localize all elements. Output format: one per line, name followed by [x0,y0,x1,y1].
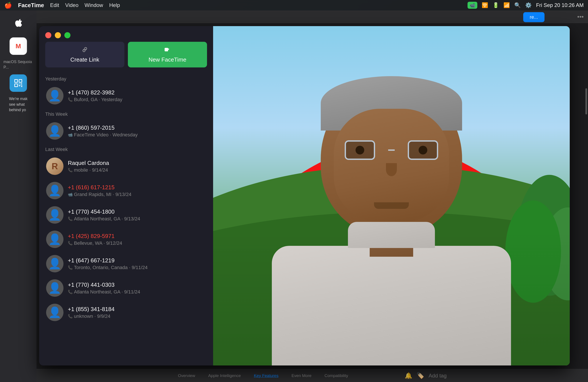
person-icon: 👤 [48,282,61,294]
person-icon: 👤 [48,306,61,318]
avatar: 👤 [46,304,63,321]
svg-rect-10 [165,48,168,51]
wifi-icon: 📶 [504,2,510,8]
footer-even-more[interactable]: Even More [291,373,311,378]
list-item[interactable]: 👤 +1 (616) 617-1215 📹 Grand Rapids, MI ·… [42,178,210,203]
phone-missed-icon: 📞 [68,241,73,246]
minimize-button[interactable] [55,32,61,38]
list-item[interactable]: 👤 +1 (647) 667-1219 📞 Toronto, Ontario, … [42,252,210,276]
contact-info: +1 (470) 822-3982 📞 Buford, GA · Yesterd… [68,89,206,103]
contact-info: +1 (860) 597-2015 📹 FaceTime Video · Wed… [68,125,206,138]
phone-icon: 📞 [68,314,73,319]
footer-overview[interactable]: Overview [178,373,195,378]
contact-name: +1 (425) 829-5971 [68,233,206,239]
close-button[interactable] [45,32,51,38]
contact-detail: 📞 mobile · 9/14/24 [68,167,206,173]
window-menu[interactable]: Window [84,2,103,8]
sidebar-qr-icon[interactable] [10,74,27,92]
contact-name: +1 (770) 441-0303 [68,281,206,288]
facetime-header: Create Link New FaceTime [39,42,213,73]
contact-name: +1 (470) 822-3982 [68,89,206,96]
search-icon[interactable]: 🔍 [514,2,521,8]
contact-detail: 📞 unknown · 9/9/24 [68,314,206,319]
footer-key-features[interactable]: Key Features [254,373,278,378]
phone-icon: 📞 [68,290,73,294]
contact-info: Raquel Cardona 📞 mobile · 9/14/24 [68,160,206,173]
contact-name: +1 (855) 341-8184 [68,306,206,313]
video-menu[interactable]: Video [65,2,79,8]
battery-icon: 🔋 [493,2,499,8]
footer-compat[interactable]: Compatibility [324,373,348,378]
list-item[interactable]: 👤 +1 (770) 441-0303 📞 Atlanta Northeast,… [42,276,210,300]
contact-detail: 📹 Grand Rapids, MI · 9/13/24 [68,192,206,197]
sidebar-text-macos: macOS Sequoia P... [0,59,37,70]
contact-info: +1 (616) 617-1215 📹 Grand Rapids, MI · 9… [68,184,206,197]
menubar: 🍎 FaceTime Edit Video Window Help 📹 🛜 🔋 … [0,0,588,10]
zoom-button[interactable] [64,32,70,38]
svg-rect-5 [15,84,17,86]
contact-detail: 📞 Atlanta Northeast, GA · 9/13/24 [68,216,206,222]
top-right-blue-button[interactable]: re... [523,12,545,22]
toolbar: ••• [37,10,588,23]
contact-name: +1 (647) 667-1219 [68,257,206,264]
footer-ai[interactable]: Apple Intelligence [208,373,241,378]
contact-name: +1 (616) 617-1215 [68,184,206,191]
list-item[interactable]: 👤 +1 (425) 829-5971 📞 Bellevue, WA · 9/1… [42,227,210,252]
person-icon: 👤 [48,233,61,245]
list-item[interactable]: 👤 +1 (770) 454-1800 📞 Atlanta Northeast,… [42,203,210,227]
tag-icon[interactable]: 🏷️ [417,372,424,379]
face-skin [334,109,449,222]
phone-icon: 📞 [68,265,73,270]
list-item[interactable]: 👤 +1 (855) 341-8184 📞 unknown · 9/9/24 [42,300,210,325]
svg-rect-7 [21,84,22,85]
contact-name: +1 (770) 454-1800 [68,208,206,215]
contact-detail: 📞 Buford, GA · Yesterday [68,97,206,103]
video-background [213,26,570,365]
avatar: R [46,157,63,175]
nose [386,163,397,176]
apple-menu-icon[interactable]: 🍎 [4,2,12,9]
person-icon: 👤 [48,125,61,137]
add-tag-section: 🔔 🏷️ Add tag [405,372,447,379]
create-link-button[interactable]: Create Link [45,42,124,67]
edit-menu[interactable]: Edit [50,2,59,8]
scrollbar-track[interactable] [584,23,588,369]
help-menu[interactable]: Help [109,2,120,8]
section-last-week: Last Week [42,143,210,154]
avatar: 👤 [46,279,63,297]
contact-info: +1 (425) 829-5971 📞 Bellevue, WA · 9/12/… [68,233,206,246]
video-status-icon: 📹 [467,2,477,9]
sidebar-gmail-icon[interactable]: M [10,37,27,55]
new-facetime-label: New FaceTime [148,56,186,63]
phone-icon: 📞 [68,97,73,102]
list-item[interactable]: 👤 +1 (860) 597-2015 📹 FaceTime Video · W… [42,119,210,143]
create-link-label: Create Link [70,56,99,63]
bell-icon[interactable]: 🔔 [405,372,412,379]
person-icon: 👤 [48,209,61,221]
window-traffic-lights [39,26,213,42]
phone-icon: 📞 [68,216,73,221]
svg-rect-1 [15,80,17,82]
control-center-icon[interactable]: ⚙️ [525,2,532,8]
app-name-label[interactable]: FaceTime [18,2,44,9]
contact-info: +1 (647) 667-1219 📞 Toronto, Ontario, Ca… [68,257,206,270]
mouth-area [374,202,409,209]
person-icon: 👤 [48,90,61,102]
list-item[interactable]: 👤 +1 (470) 822-3982 📞 Buford, GA · Yeste… [42,84,210,108]
left-eye-glass [345,140,375,160]
contact-list: Yesterday 👤 +1 (470) 822-3982 📞 Buford, … [39,73,213,365]
avatar: 👤 [46,231,63,248]
right-eye-glass [408,140,438,160]
add-tag-label[interactable]: Add tag [429,373,447,379]
facetime-window: Create Link New FaceTime Yesterday 👤 [39,26,570,365]
svg-rect-8 [19,85,21,86]
contact-detail: 📞 Toronto, Ontario, Canada · 9/11/24 [68,265,206,270]
new-facetime-button[interactable]: New FaceTime [128,42,207,67]
video-icon: 📹 [68,132,73,137]
list-item[interactable]: R Raquel Cardona 📞 mobile · 9/14/24 [42,154,210,178]
svg-rect-9 [21,85,22,87]
shirt [272,246,511,365]
scrollbar-thumb[interactable] [585,88,587,114]
contact-detail: 📞 Atlanta Northeast, GA · 9/11/24 [68,289,206,295]
eyes-area [338,141,445,159]
